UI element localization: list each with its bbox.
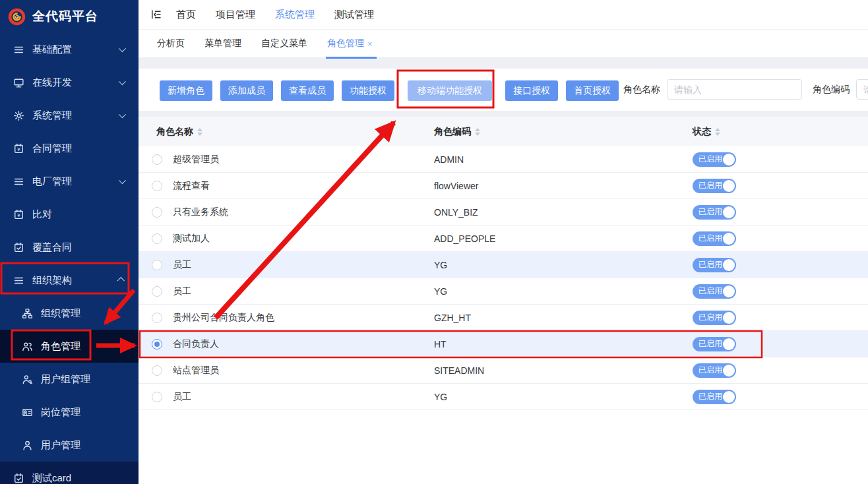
row-radio[interactable] bbox=[152, 154, 162, 165]
gear-icon bbox=[13, 110, 24, 121]
role-name-input[interactable] bbox=[667, 79, 802, 100]
status-label: 已启用 bbox=[698, 365, 722, 376]
toggle-knob bbox=[723, 233, 735, 245]
tab-bar: 分析页菜单管理自定义菜单角色管理× bbox=[139, 30, 868, 59]
status-toggle-on[interactable]: 已启用 bbox=[693, 152, 736, 167]
row-radio[interactable] bbox=[152, 365, 162, 376]
sidebar-item-5[interactable]: ¥比对 bbox=[0, 198, 139, 231]
row-radio[interactable] bbox=[152, 181, 162, 191]
row-radio[interactable] bbox=[152, 260, 162, 270]
sidebar-item-label: 合同管理 bbox=[32, 142, 72, 155]
table-row[interactable]: 超级管理员ADMIN已启用 bbox=[139, 146, 868, 173]
sidebar-item-sub-2[interactable]: 用户组管理 bbox=[0, 363, 139, 396]
table-row[interactable]: 站点管理员SITEADMIN已启用 bbox=[139, 357, 868, 384]
sidebar-item-1[interactable]: 在线开发 bbox=[0, 66, 139, 99]
toggle-knob bbox=[723, 154, 735, 166]
chevron-down-icon bbox=[119, 177, 126, 184]
table-row[interactable]: 员工YG已启用 bbox=[139, 278, 868, 305]
cell-role-name: 超级管理员 bbox=[173, 154, 434, 166]
status-toggle-on[interactable]: 已启用 bbox=[693, 258, 736, 272]
sidebar-item-2[interactable]: 系统管理 bbox=[0, 99, 139, 132]
sidebar-menu: 基础配置在线开发系统管理¥合同管理电厂管理¥比对覆盖合同组织架构组织管理角色管理… bbox=[0, 33, 139, 484]
row-radio[interactable] bbox=[152, 207, 162, 218]
table-row[interactable]: 合同负责人HT已启用 bbox=[139, 331, 868, 357]
cell-role-name: 员工 bbox=[173, 259, 434, 271]
row-radio[interactable] bbox=[152, 233, 162, 244]
table-row[interactable]: 贵州公司合同负责人角色GZH_HT已启用 bbox=[139, 305, 868, 331]
sidebar-item-3[interactable]: ¥合同管理 bbox=[0, 132, 139, 165]
sidebar-item-label: 用户组管理 bbox=[41, 373, 90, 386]
table-row[interactable]: 员工YG已启用 bbox=[139, 252, 868, 278]
table-row[interactable]: 只有业务系统ONLY_BIZ已启用 bbox=[139, 199, 868, 226]
topnav-item-3[interactable]: 测试管理 bbox=[331, 9, 377, 21]
status-toggle-on[interactable]: 已启用 bbox=[693, 337, 736, 351]
cell-role-code: YG bbox=[434, 286, 693, 297]
sidebar-item-sub-3[interactable]: 岗位管理 bbox=[0, 396, 139, 429]
sidebar-item-sub-1[interactable]: 角色管理 bbox=[0, 330, 139, 363]
topnav-item-0[interactable]: 首页 bbox=[173, 9, 199, 21]
topnav-item-1[interactable]: 项目管理 bbox=[212, 9, 259, 21]
tab-2[interactable]: 自定义菜单 bbox=[261, 30, 307, 57]
top-navbar: 首页项目管理系统管理测试管理 bbox=[139, 0, 868, 30]
status-label: 已启用 bbox=[698, 259, 722, 270]
toolbar-button-6[interactable]: 首页授权 bbox=[566, 80, 619, 101]
sidebar-item-7[interactable]: 组织架构 bbox=[0, 264, 139, 297]
sort-icon[interactable] bbox=[715, 128, 720, 136]
toolbar-button-4[interactable]: 移动端功能授权 bbox=[408, 80, 492, 101]
org-chart-icon bbox=[22, 308, 33, 319]
menu-fold-icon[interactable] bbox=[150, 9, 162, 20]
close-icon[interactable]: × bbox=[367, 39, 373, 49]
chevron-down-icon bbox=[119, 78, 126, 85]
column-header-status[interactable]: 状态 bbox=[693, 126, 868, 138]
status-toggle-on[interactable]: 已启用 bbox=[693, 363, 736, 378]
row-radio[interactable] bbox=[152, 313, 162, 323]
toolbar-button-0[interactable]: 新增角色 bbox=[160, 80, 212, 101]
sort-icon[interactable] bbox=[197, 128, 202, 136]
sidebar-item-bottom[interactable]: 测试card bbox=[0, 462, 139, 484]
sidebar-item-0[interactable]: 基础配置 bbox=[0, 33, 139, 66]
tab-0[interactable]: 分析页 bbox=[157, 30, 185, 57]
toolbar-button-3[interactable]: 功能授权 bbox=[342, 80, 394, 101]
status-label: 已启用 bbox=[698, 338, 722, 349]
toolbar-button-2[interactable]: 查看成员 bbox=[281, 80, 334, 101]
tab-label: 角色管理 bbox=[327, 38, 364, 49]
sidebar-item-label: 岗位管理 bbox=[41, 406, 80, 419]
sidebar-item-6[interactable]: 覆盖合同 bbox=[0, 231, 139, 264]
table-row[interactable]: 测试加人ADD_PEOPLE已启用 bbox=[139, 226, 868, 252]
role-code-input[interactable] bbox=[856, 79, 868, 100]
sidebar: 全代码平台 基础配置在线开发系统管理¥合同管理电厂管理¥比对覆盖合同组织架构组织… bbox=[0, 0, 139, 484]
contract-yen-icon: ¥ bbox=[13, 209, 24, 220]
table-row[interactable]: 流程查看flowViewer已启用 bbox=[139, 173, 868, 199]
sidebar-item-4[interactable]: 电厂管理 bbox=[0, 165, 139, 198]
svg-text:¥: ¥ bbox=[17, 212, 20, 218]
status-toggle-on[interactable]: 已启用 bbox=[693, 311, 736, 325]
status-toggle-on[interactable]: 已启用 bbox=[693, 284, 736, 299]
column-header-role-name[interactable]: 角色名称 bbox=[156, 126, 434, 138]
sidebar-item-label: 基础配置 bbox=[32, 44, 72, 56]
column-header-role-code[interactable]: 角色编码 bbox=[434, 126, 693, 138]
sidebar-item-sub-0[interactable]: 组织管理 bbox=[0, 297, 139, 330]
status-label: 已启用 bbox=[698, 312, 722, 323]
sort-icon[interactable] bbox=[475, 128, 480, 136]
topnav-item-2[interactable]: 系统管理 bbox=[272, 9, 318, 21]
cell-role-code: YG bbox=[434, 260, 693, 270]
tab-1[interactable]: 菜单管理 bbox=[204, 30, 241, 57]
status-toggle-on[interactable]: 已启用 bbox=[693, 390, 736, 404]
cell-role-name: 只有业务系统 bbox=[173, 206, 434, 218]
status-toggle-on[interactable]: 已启用 bbox=[693, 205, 736, 220]
role-name-label: 角色名称 bbox=[623, 84, 660, 96]
row-radio[interactable] bbox=[152, 392, 162, 402]
toolbar-button-5[interactable]: 接口授权 bbox=[505, 80, 558, 101]
row-radio[interactable] bbox=[152, 286, 162, 297]
row-radio-selected[interactable] bbox=[152, 339, 162, 349]
status-toggle-on[interactable]: 已启用 bbox=[693, 179, 736, 193]
tab-3[interactable]: 角色管理× bbox=[327, 30, 373, 57]
toolbar-button-1[interactable]: 添加成员 bbox=[220, 80, 273, 101]
sidebar-item-sub-4[interactable]: 用户管理 bbox=[0, 429, 139, 462]
toggle-knob bbox=[723, 312, 735, 324]
status-toggle-on[interactable]: 已启用 bbox=[693, 231, 736, 246]
divider bbox=[139, 111, 868, 117]
table-row[interactable]: 员工YG已启用 bbox=[139, 384, 868, 410]
filter-bar: 角色名称 角色编码 bbox=[623, 79, 868, 100]
cell-role-code: HT bbox=[434, 339, 693, 349]
